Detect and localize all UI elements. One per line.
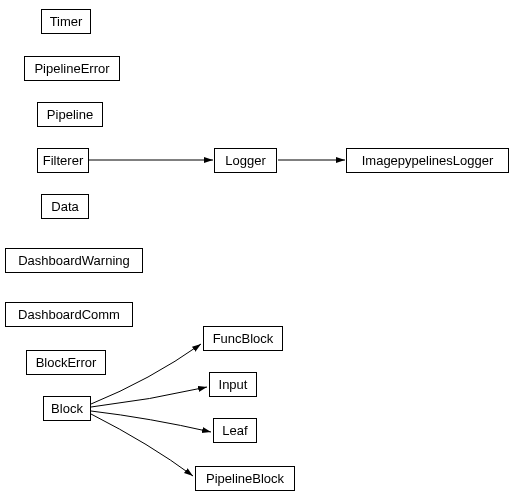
node-func-block: FuncBlock <box>203 326 283 351</box>
node-label: Leaf <box>222 423 247 438</box>
node-imagepypelines-logger: ImagepypelinesLogger <box>346 148 509 173</box>
node-label: ImagepypelinesLogger <box>362 153 494 168</box>
node-dashboard-comm: DashboardComm <box>5 302 133 327</box>
node-pipeline: Pipeline <box>37 102 103 127</box>
node-label: PipelineBlock <box>206 471 284 486</box>
node-label: FuncBlock <box>213 331 274 346</box>
node-logger: Logger <box>214 148 277 173</box>
node-label: Logger <box>225 153 265 168</box>
node-label: Timer <box>50 14 83 29</box>
node-block-error: BlockError <box>26 350 106 375</box>
node-label: DashboardWarning <box>18 253 130 268</box>
node-block: Block <box>43 396 91 421</box>
node-label: Data <box>51 199 78 214</box>
node-dashboard-warning: DashboardWarning <box>5 248 143 273</box>
node-leaf: Leaf <box>213 418 257 443</box>
node-input: Input <box>209 372 257 397</box>
node-filterer: Filterer <box>37 148 89 173</box>
node-label: Block <box>51 401 83 416</box>
node-pipeline-block: PipelineBlock <box>195 466 295 491</box>
node-pipeline-error: PipelineError <box>24 56 120 81</box>
node-label: DashboardComm <box>18 307 120 322</box>
node-timer: Timer <box>41 9 91 34</box>
node-label: Filterer <box>43 153 83 168</box>
node-label: BlockError <box>36 355 97 370</box>
node-label: PipelineError <box>34 61 109 76</box>
node-label: Pipeline <box>47 107 93 122</box>
node-data: Data <box>41 194 89 219</box>
node-label: Input <box>219 377 248 392</box>
